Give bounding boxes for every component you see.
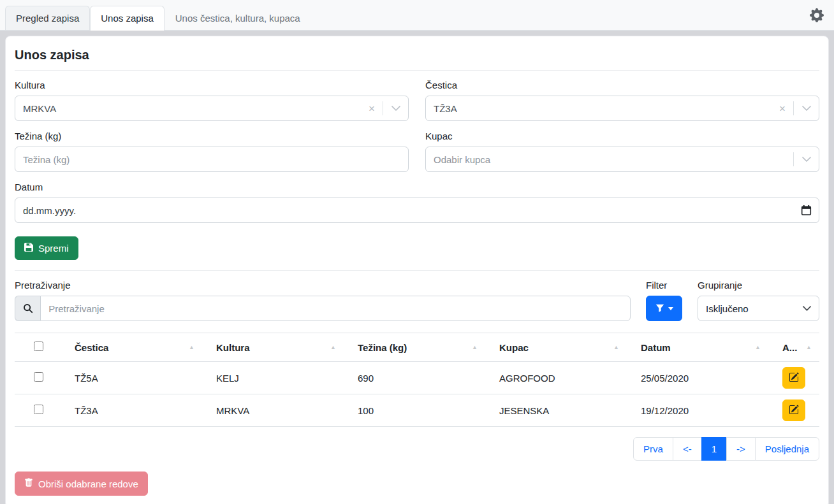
- field-datum: Datum: [15, 182, 819, 223]
- search-group: Pretraživanje: [15, 280, 631, 321]
- main-card: Unos zapisa Kultura × Čestica ×: [5, 36, 829, 504]
- tab-label: Pregled zapisa: [16, 13, 79, 24]
- chevron-down-icon: [803, 306, 811, 311]
- kupac-combobox[interactable]: [425, 147, 819, 172]
- tab-pregled-zapisa[interactable]: Pregled zapisa: [5, 6, 90, 30]
- field-kupac: Kupac: [425, 131, 819, 172]
- tab-label: Unos zapisa: [101, 13, 154, 24]
- caret-down-icon: [668, 307, 673, 310]
- grouping-label: Grupiranje: [698, 280, 819, 291]
- cell-kupac: AGROFOOD: [494, 362, 636, 394]
- datum-label: Datum: [15, 182, 819, 192]
- chevron-down-icon[interactable]: [391, 106, 400, 111]
- combo-divider: [793, 152, 794, 166]
- header-akcije[interactable]: A... ▲: [777, 333, 819, 362]
- header-kupac[interactable]: Kupac ▲: [494, 333, 636, 362]
- gear-icon: [810, 13, 824, 24]
- kultura-clear-icon[interactable]: ×: [369, 103, 375, 114]
- cestica-label: Čestica: [425, 80, 819, 90]
- cestica-clear-icon[interactable]: ×: [779, 103, 786, 114]
- cell-kultura: MRKVA: [211, 394, 353, 427]
- filter-button[interactable]: [646, 296, 682, 321]
- tab-label: Unos čestica, kultura, kupaca: [175, 13, 300, 24]
- sort-icon[interactable]: ▲: [330, 345, 336, 350]
- table-row: TŽ3A MRKVA 100 JESENSKA 19/12/2020: [15, 394, 819, 427]
- cell-cestica: TŽ5A: [70, 362, 211, 394]
- sort-icon[interactable]: ▲: [806, 345, 812, 350]
- table-toolbar: Pretraživanje Filter: [15, 280, 819, 321]
- trash-icon: [24, 478, 33, 489]
- combo-divider: [793, 101, 794, 115]
- page-title: Unos zapisa: [15, 48, 819, 62]
- pencil-square-icon: [789, 405, 799, 417]
- cell-tezina: 690: [353, 362, 494, 394]
- cell-cestica: TŽ3A: [70, 394, 211, 427]
- sort-icon[interactable]: ▲: [755, 345, 761, 350]
- table-row: TŽ5A KELJ 690 AGROFOOD 25/05/2020: [15, 362, 819, 394]
- filter-label: Filter: [646, 280, 682, 291]
- filter-group: Filter: [646, 280, 682, 321]
- entry-form: Kultura × Čestica × Težina (: [15, 80, 819, 233]
- sort-icon[interactable]: ▲: [472, 345, 478, 350]
- header-datum[interactable]: Datum ▲: [636, 333, 777, 362]
- calendar-icon[interactable]: [801, 205, 812, 216]
- header-kultura[interactable]: Kultura ▲: [211, 333, 353, 362]
- grouping-group: Grupiranje Isključeno: [698, 280, 819, 321]
- edit-row-button[interactable]: [782, 367, 805, 389]
- header-cestica[interactable]: Čestica ▲: [70, 333, 211, 362]
- save-button[interactable]: Spremi: [15, 236, 78, 260]
- records-table: Čestica ▲ Kultura ▲ Težina (kg) ▲ Kupac …: [15, 333, 819, 427]
- search-input[interactable]: [40, 296, 631, 321]
- tezina-input[interactable]: [15, 147, 409, 172]
- row-checkbox[interactable]: [34, 405, 43, 414]
- cestica-combobox[interactable]: [425, 96, 819, 121]
- kupac-label: Kupac: [425, 131, 819, 141]
- save-icon: [24, 243, 33, 254]
- pencil-square-icon: [789, 372, 799, 384]
- delete-button-label: Obriši odabrane redove: [38, 479, 138, 489]
- delete-selected-button[interactable]: Obriši odabrane redove: [15, 472, 148, 496]
- pagination-prev[interactable]: <-: [673, 437, 702, 461]
- tab-unos-cestica-kultura-kupaca[interactable]: Unos čestica, kultura, kupaca: [165, 6, 311, 30]
- pagination-page-1[interactable]: 1: [701, 437, 727, 461]
- cell-kultura: KELJ: [211, 362, 353, 394]
- cell-datum: 25/05/2020: [636, 362, 777, 394]
- field-tezina: Težina (kg): [15, 131, 409, 172]
- tab-unos-zapisa[interactable]: Unos zapisa: [90, 6, 165, 31]
- title-divider: [15, 70, 819, 71]
- field-kultura: Kultura ×: [15, 80, 409, 121]
- funnel-icon: [655, 303, 664, 314]
- kultura-combobox[interactable]: [15, 96, 409, 121]
- cell-tezina: 100: [353, 394, 494, 427]
- pagination-last[interactable]: Posljednja: [755, 437, 819, 461]
- cell-datum: 19/12/2020: [636, 394, 777, 427]
- field-cestica: Čestica ×: [425, 80, 819, 121]
- pagination-next[interactable]: ->: [726, 437, 756, 461]
- form-divider: [15, 270, 819, 271]
- sort-icon[interactable]: ▲: [189, 345, 194, 350]
- header-tezina[interactable]: Težina (kg) ▲: [353, 333, 494, 362]
- datum-input[interactable]: [15, 198, 819, 223]
- save-button-label: Spremi: [38, 243, 69, 254]
- table-header-row: Čestica ▲ Kultura ▲ Težina (kg) ▲ Kupac …: [15, 333, 819, 362]
- grouping-select[interactable]: Isključeno: [698, 296, 819, 321]
- sort-icon[interactable]: ▲: [613, 345, 619, 350]
- top-tab-bar: Pregled zapisa Unos zapisa Unos čestica,…: [0, 0, 834, 31]
- pagination-first[interactable]: Prva: [633, 437, 673, 461]
- pagination: Prva <- 1 -> Posljednja: [15, 437, 819, 461]
- select-all-checkbox[interactable]: [34, 342, 43, 351]
- search-icon: [15, 296, 40, 321]
- search-label: Pretraživanje: [15, 280, 631, 291]
- chevron-down-icon[interactable]: [802, 106, 811, 111]
- chevron-down-icon[interactable]: [802, 157, 811, 162]
- tezina-label: Težina (kg): [15, 131, 409, 141]
- settings-button[interactable]: [805, 6, 829, 25]
- cell-kupac: JESENSKA: [494, 394, 636, 427]
- edit-row-button[interactable]: [782, 400, 805, 421]
- row-checkbox[interactable]: [34, 372, 43, 382]
- combo-divider: [383, 101, 383, 115]
- kultura-label: Kultura: [15, 80, 409, 90]
